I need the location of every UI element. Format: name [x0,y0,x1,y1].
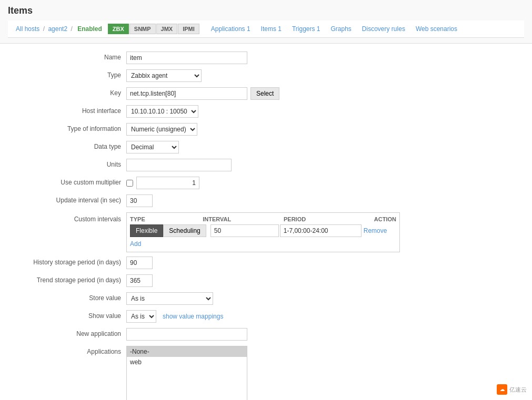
applications-label: Applications [11,346,126,355]
remove-button[interactable]: Remove [362,227,389,234]
multiplier-control [126,177,199,189]
key-label: Key [11,87,126,97]
tab-jmx[interactable]: JMX [156,24,178,34]
tab-discovery-rules[interactable]: Discovery rules [357,24,410,34]
col-action: ACTION [366,216,396,222]
type-control: Zabbix agent Zabbix agent (active) Simpl… [126,69,202,82]
update-interval-row: Update interval (in sec) [11,194,521,208]
col-interval: INTERVAL [202,216,284,222]
show-value-label: Show value [11,310,126,320]
history-label: History storage period (in days) [11,257,126,266]
new-application-label: New application [11,328,126,337]
key-row: Key Select [11,87,521,101]
host-interface-select[interactable]: 10.10.10.10 : 10050 [126,105,198,118]
name-label: Name [11,52,126,61]
tab-applications[interactable]: Applications 1 [206,24,256,34]
separator1: / [43,25,45,33]
data-type-select[interactable]: Decimal Octal Hexadecimal Boolean [126,141,179,153]
new-application-control [126,328,247,341]
history-input[interactable] [126,257,153,269]
store-value-select[interactable]: As is Delta (speed per second) Delta (si… [126,292,213,305]
type-of-information-select[interactable]: Numeric (unsigned) Numeric (float) Chara… [126,123,197,136]
interval-row: Flexible Scheduling Remove [130,224,396,237]
type-select[interactable]: Zabbix agent Zabbix agent (active) Simpl… [126,69,202,82]
update-interval-control [126,194,153,207]
data-type-label: Data type [11,141,126,150]
units-control [126,159,232,171]
units-row: Units [11,159,521,172]
separator2: / [71,25,72,33]
tab-ipmi[interactable]: IPMI [178,24,199,34]
multiplier-checkbox[interactable] [126,180,133,187]
key-input[interactable] [126,87,247,100]
interval-value-input[interactable] [210,224,279,237]
type-of-information-control: Numeric (unsigned) Numeric (float) Chara… [126,123,197,136]
host-interface-label: Host interface [11,105,126,115]
nav-bar: All hosts / agent2 / Enabled ZBX SNMP JM… [8,20,524,38]
watermark-text: 亿速云 [509,386,527,394]
applications-row: Applications -None- web [11,346,521,400]
trend-control [126,274,153,287]
tab-triggers[interactable]: Triggers 1 [287,24,326,34]
data-type-row: Data type Decimal Octal Hexadecimal Bool… [11,141,521,155]
type-of-information-row: Type of information Numeric (unsigned) N… [11,123,521,137]
applications-list[interactable]: -None- web [126,346,247,400]
tab-items[interactable]: Items 1 [256,24,287,34]
custom-intervals-section: TYPE INTERVAL PERIOD ACTION Flexible Sch… [126,212,400,252]
watermark-icon: ☁ [497,384,507,395]
trend-row: Trend storage period (in days) [11,274,521,288]
type-label: Type [11,69,126,79]
col-type: TYPE [130,216,202,222]
units-input[interactable] [126,159,232,171]
units-label: Units [11,159,126,168]
multiplier-label: Use custom multiplier [11,177,126,186]
enabled-badge: Enabled [77,25,102,33]
select-button[interactable]: Select [250,87,279,100]
host-interface-control: 10.10.10.10 : 10050 [126,105,198,118]
main-tabs: Applications 1 Items 1 Triggers 1 Graphs… [206,24,463,34]
scheduling-button[interactable]: Scheduling [163,224,206,237]
custom-intervals-label: Custom intervals [11,212,126,223]
tab-snmp[interactable]: SNMP [129,24,156,34]
agent-link[interactable]: agent2 [48,25,67,33]
app-item-web[interactable]: web [127,357,247,367]
trend-label: Trend storage period (in days) [11,274,126,284]
tab-graphs[interactable]: Graphs [326,24,357,34]
new-application-row: New application [11,328,521,342]
history-control [126,257,153,269]
form-container: Name Type Zabbix agent Zabbix agent (act… [0,44,532,400]
tab-zbx[interactable]: ZBX [108,24,129,34]
data-type-control: Decimal Octal Hexadecimal Boolean [126,141,179,153]
show-value-mappings-link[interactable]: show value mappings [163,313,223,320]
history-row: History storage period (in days) [11,257,521,270]
new-application-input[interactable] [126,328,247,341]
tab-web-scenarios[interactable]: Web scenarios [410,24,463,34]
host-interface-row: Host interface 10.10.10.10 : 10050 [11,105,521,119]
multiplier-value-input[interactable] [136,177,199,189]
col-period: PERIOD [284,216,366,222]
app-item-none[interactable]: -None- [127,346,247,357]
all-hosts-link[interactable]: All hosts [16,25,39,33]
multiplier-row: Use custom multiplier [11,177,521,190]
update-interval-label: Update interval (in sec) [11,194,126,204]
period-input[interactable] [280,224,362,237]
store-value-label: Store value [11,292,126,302]
breadcrumb: All hosts / agent2 / Enabled [16,25,104,33]
flexible-button[interactable]: Flexible [130,224,163,237]
store-value-control: As is Delta (speed per second) Delta (si… [126,292,213,305]
trend-input[interactable] [126,274,153,287]
custom-intervals-row: Custom intervals TYPE INTERVAL PERIOD AC… [11,212,521,252]
show-value-row: Show value As is show value mappings [11,310,521,324]
protocol-tabs: ZBX SNMP JMX IPMI [108,24,199,34]
update-interval-input[interactable] [126,194,153,207]
name-input[interactable] [126,52,247,64]
store-value-row: Store value As is Delta (speed per secon… [11,292,521,306]
show-value-select[interactable]: As is [126,310,156,323]
type-of-information-label: Type of information [11,123,126,132]
watermark: ☁ 亿速云 [497,384,527,395]
name-row: Name [11,52,521,65]
page-title: Items [8,5,524,16]
intervals-header: TYPE INTERVAL PERIOD ACTION [130,216,396,222]
page-header: Items All hosts / agent2 / Enabled ZBX S… [0,0,532,44]
add-button[interactable]: Add [130,239,141,249]
